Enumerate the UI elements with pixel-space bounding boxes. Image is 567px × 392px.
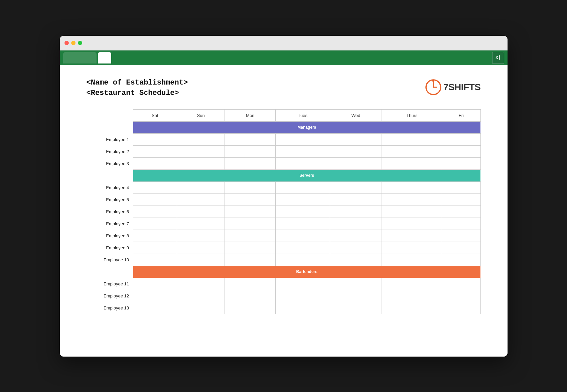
schedule-cell[interactable] bbox=[382, 242, 442, 254]
schedule-cell[interactable] bbox=[177, 218, 225, 230]
schedule-cell[interactable] bbox=[275, 278, 330, 290]
schedule-cell[interactable] bbox=[442, 133, 480, 145]
schedule-cell[interactable] bbox=[225, 218, 275, 230]
schedule-cell[interactable] bbox=[177, 157, 225, 169]
schedule-cell[interactable] bbox=[177, 302, 225, 314]
schedule-cell[interactable] bbox=[330, 302, 382, 314]
schedule-cell[interactable] bbox=[225, 145, 275, 157]
schedule-cell[interactable] bbox=[442, 278, 480, 290]
schedule-cell[interactable] bbox=[133, 242, 177, 254]
schedule-cell[interactable] bbox=[442, 218, 480, 230]
schedule-cell[interactable] bbox=[275, 242, 330, 254]
schedule-cell[interactable] bbox=[275, 193, 330, 206]
schedule-cell[interactable] bbox=[133, 157, 177, 169]
schedule-cell[interactable] bbox=[225, 230, 275, 242]
schedule-cell[interactable] bbox=[442, 254, 480, 266]
schedule-cell[interactable] bbox=[133, 230, 177, 242]
schedule-cell[interactable] bbox=[225, 193, 275, 206]
schedule-cell[interactable] bbox=[442, 242, 480, 254]
schedule-cell[interactable] bbox=[275, 302, 330, 314]
schedule-cell[interactable] bbox=[275, 218, 330, 230]
schedule-cell[interactable] bbox=[133, 133, 177, 145]
schedule-cell[interactable] bbox=[442, 302, 480, 314]
schedule-cell[interactable] bbox=[330, 133, 382, 145]
schedule-cell[interactable] bbox=[330, 278, 382, 290]
schedule-cell[interactable] bbox=[275, 254, 330, 266]
schedule-cell[interactable] bbox=[382, 290, 442, 302]
schedule-cell[interactable] bbox=[275, 145, 330, 157]
schedule-cell[interactable] bbox=[442, 157, 480, 169]
schedule-cell[interactable] bbox=[177, 290, 225, 302]
schedule-cell[interactable] bbox=[133, 278, 177, 290]
schedule-cell[interactable] bbox=[382, 133, 442, 145]
schedule-cell[interactable] bbox=[275, 157, 330, 169]
schedule-cell[interactable] bbox=[330, 230, 382, 242]
minimize-button[interactable] bbox=[71, 41, 76, 45]
schedule-cell[interactable] bbox=[382, 218, 442, 230]
schedule-cell[interactable] bbox=[382, 145, 442, 157]
schedule-cell[interactable] bbox=[330, 145, 382, 157]
schedule-cell[interactable] bbox=[382, 193, 442, 206]
schedule-cell[interactable] bbox=[133, 181, 177, 193]
schedule-cell[interactable] bbox=[442, 206, 480, 218]
schedule-cell[interactable] bbox=[275, 290, 330, 302]
schedule-cell[interactable] bbox=[442, 181, 480, 193]
schedule-cell[interactable] bbox=[382, 206, 442, 218]
schedule-cell[interactable] bbox=[133, 193, 177, 206]
schedule-cell[interactable] bbox=[330, 193, 382, 206]
schedule-cell[interactable] bbox=[177, 230, 225, 242]
schedule-cell[interactable] bbox=[330, 157, 382, 169]
schedule-cell[interactable] bbox=[177, 254, 225, 266]
toolbar-tab-inactive[interactable] bbox=[63, 52, 97, 63]
schedule-cell[interactable] bbox=[442, 290, 480, 302]
schedule-cell[interactable] bbox=[225, 302, 275, 314]
schedule-cell[interactable] bbox=[330, 206, 382, 218]
schedule-cell[interactable] bbox=[382, 254, 442, 266]
schedule-cell[interactable] bbox=[225, 278, 275, 290]
schedule-cell[interactable] bbox=[382, 230, 442, 242]
schedule-cell[interactable] bbox=[382, 302, 442, 314]
schedule-cell[interactable] bbox=[275, 206, 330, 218]
schedule-cell[interactable] bbox=[177, 193, 225, 206]
schedule-cell[interactable] bbox=[382, 157, 442, 169]
excel-icon[interactable]: X┃ bbox=[492, 52, 504, 64]
schedule-cell[interactable] bbox=[275, 133, 330, 145]
schedule-cell[interactable] bbox=[133, 290, 177, 302]
schedule-cell[interactable] bbox=[177, 242, 225, 254]
schedule-cell[interactable] bbox=[442, 193, 480, 206]
schedule-cell[interactable] bbox=[275, 230, 330, 242]
schedule-cell[interactable] bbox=[442, 230, 480, 242]
schedule-cell[interactable] bbox=[133, 254, 177, 266]
schedule-cell[interactable] bbox=[225, 290, 275, 302]
schedule-cell[interactable] bbox=[133, 302, 177, 314]
schedule-cell[interactable] bbox=[330, 181, 382, 193]
schedule-cell[interactable] bbox=[330, 290, 382, 302]
maximize-button[interactable] bbox=[78, 41, 82, 45]
schedule-cell[interactable] bbox=[177, 145, 225, 157]
schedule-cell[interactable] bbox=[382, 278, 442, 290]
schedule-cell[interactable] bbox=[330, 242, 382, 254]
toolbar-tab-active[interactable] bbox=[98, 52, 111, 63]
schedule-cell[interactable] bbox=[225, 254, 275, 266]
schedule-cell[interactable] bbox=[133, 145, 177, 157]
schedule-cell[interactable] bbox=[225, 157, 275, 169]
schedule-cell[interactable] bbox=[275, 181, 330, 193]
schedule-cell[interactable] bbox=[177, 181, 225, 193]
schedule-cell[interactable] bbox=[330, 254, 382, 266]
schedule-cell[interactable] bbox=[225, 181, 275, 193]
schedule-cell[interactable] bbox=[382, 181, 442, 193]
schedule-cell[interactable] bbox=[133, 206, 177, 218]
close-button[interactable] bbox=[64, 41, 69, 45]
schedule-cell[interactable] bbox=[133, 218, 177, 230]
schedule-title: <Restaurant Schedule> bbox=[87, 89, 188, 97]
schedule-cell[interactable] bbox=[330, 218, 382, 230]
employee-name-cell: Employee 1 bbox=[87, 133, 133, 145]
schedule-cell[interactable] bbox=[225, 206, 275, 218]
schedule-cell[interactable] bbox=[177, 133, 225, 145]
schedule-cell[interactable] bbox=[442, 145, 480, 157]
schedule-cell[interactable] bbox=[177, 278, 225, 290]
schedule-cell[interactable] bbox=[177, 206, 225, 218]
schedule-cell[interactable] bbox=[225, 133, 275, 145]
schedule-cell[interactable] bbox=[225, 242, 275, 254]
col-mon: Mon bbox=[225, 109, 275, 121]
